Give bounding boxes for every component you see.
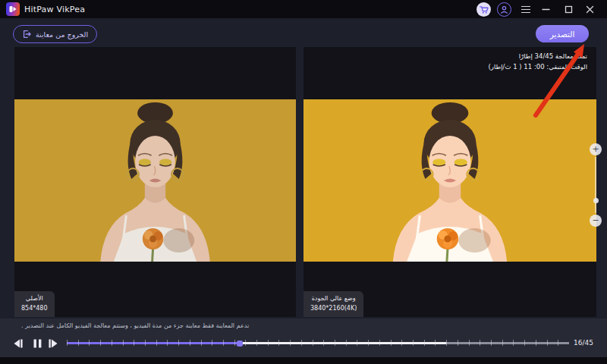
original-label-box: الأصلي 854*480 xyxy=(14,291,55,317)
video-enhanced xyxy=(304,99,596,262)
zoom-controls: + − xyxy=(590,143,602,228)
pane-original: الأصلي 854*480 xyxy=(14,47,296,317)
menu-button[interactable] xyxy=(518,2,533,17)
maximize-button[interactable] xyxy=(561,2,576,17)
original-label: الأصلي xyxy=(21,294,48,303)
play-logo-icon xyxy=(9,5,17,13)
account-button[interactable] xyxy=(497,2,511,17)
pause-button[interactable] xyxy=(30,337,44,350)
progress-thumb[interactable] xyxy=(237,340,243,347)
zoom-in-button[interactable]: + xyxy=(590,143,602,155)
export-button[interactable]: التصدير xyxy=(536,25,589,42)
original-frame-image xyxy=(14,99,296,262)
enhanced-frame-image xyxy=(304,99,596,262)
step-backward-button[interactable] xyxy=(11,337,25,350)
bottom-strip xyxy=(0,357,607,364)
processing-status: تمت معالجة 34/45 إطارًا الوقت المتبقي: 0… xyxy=(488,52,587,72)
frame-tick-marks xyxy=(67,340,569,346)
close-icon xyxy=(586,5,594,14)
progress-track[interactable] xyxy=(67,342,569,344)
cart-icon xyxy=(480,5,489,14)
pane-enhanced: تمت معالجة 34/45 إطارًا الوقت المتبقي: 0… xyxy=(304,47,596,317)
processing-progress-text: تمت معالجة 34/45 إطارًا xyxy=(488,52,587,62)
enhanced-label-box: وضع عالي الجودة 3840*2160(4K) xyxy=(304,291,363,317)
enhanced-label: وضع عالي الجودة xyxy=(310,294,357,303)
playback-bar: تدعم المعاينة فقط معاينة جزء من مدة الفي… xyxy=(0,318,607,357)
processing-time-remaining: الوقت المتبقي: 00: 11 ( 1 ث/إطار) xyxy=(488,62,587,73)
minimize-button[interactable] xyxy=(539,2,553,17)
zoom-slider-thumb[interactable] xyxy=(593,198,599,203)
exit-preview-label: الخروج من معاينة xyxy=(36,30,88,39)
original-resolution: 854*480 xyxy=(21,304,48,313)
app-logo xyxy=(6,2,20,16)
store-button[interactable] xyxy=(476,2,491,17)
app-window: HitPaw VikPea xyxy=(0,0,607,364)
maximize-icon xyxy=(565,5,573,14)
pause-icon xyxy=(33,338,42,349)
step-forward-button[interactable] xyxy=(46,337,60,350)
step-forward-icon xyxy=(47,338,59,349)
close-button[interactable] xyxy=(583,2,597,17)
user-icon xyxy=(499,5,509,14)
app-title: HitPaw VikPea xyxy=(24,5,85,14)
exit-preview-button[interactable]: الخروج من معاينة xyxy=(13,25,97,43)
video-original xyxy=(14,99,296,262)
logout-icon xyxy=(22,30,31,39)
enhanced-resolution: 3840*2160(4K) xyxy=(310,304,357,313)
titlebar: HitPaw VikPea xyxy=(0,0,607,18)
frame-counter: 16/45 xyxy=(574,339,593,347)
zoom-out-button[interactable]: − xyxy=(590,215,602,227)
minimize-icon xyxy=(542,5,550,14)
hamburger-icon xyxy=(521,6,530,14)
preview-hint: تدعم المعاينة فقط معاينة جزء من مدة الفي… xyxy=(21,322,249,329)
zoom-slider-track[interactable] xyxy=(595,157,596,213)
step-backward-icon xyxy=(12,338,24,349)
